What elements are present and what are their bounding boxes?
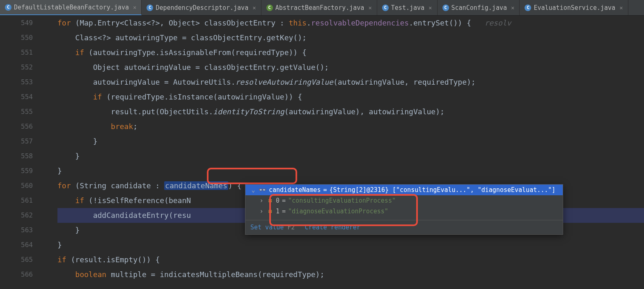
line-number: 566 bbox=[0, 267, 33, 282]
popup-actions: Set value F2 Create renderer bbox=[245, 220, 563, 234]
popup-var-value: {String[2]@2316} ["consultingEvalu...", … bbox=[329, 186, 555, 194]
popup-array-item[interactable]: › ≡ 1 = "diagnoseEvaluationProcess" bbox=[245, 206, 563, 217]
class-icon: C bbox=[442, 5, 449, 11]
class-icon: C bbox=[147, 5, 153, 11]
tab-label: DependencyDescriptor.java bbox=[156, 4, 248, 12]
array-index: 0 bbox=[276, 197, 280, 204]
line-number: 561 bbox=[0, 193, 33, 208]
tab-test[interactable]: C Test.java × bbox=[377, 0, 438, 15]
line-number: 563 bbox=[0, 223, 33, 238]
create-renderer-action[interactable]: Create renderer bbox=[305, 224, 360, 231]
close-icon[interactable]: × bbox=[252, 5, 256, 11]
code-area[interactable]: for (Map.Entry<Class<?>, Object> classOb… bbox=[41, 16, 644, 282]
tab-label: EvaluationService.java bbox=[534, 4, 615, 12]
line-gutter: 549 550 551 552 553 554 555 556 557 558 … bbox=[0, 16, 41, 282]
line-number: 554 bbox=[0, 90, 33, 104]
array-item-icon: ≡ bbox=[267, 208, 273, 215]
code-line: if (result.isEmpty()) { bbox=[57, 252, 644, 267]
code-line: Class<?> autowiringType = classObjectEnt… bbox=[57, 30, 644, 45]
tab-scan-config[interactable]: C ScanConfig.java × bbox=[438, 0, 520, 15]
line-number: 558 bbox=[0, 149, 33, 164]
class-icon: C bbox=[5, 4, 11, 11]
line-number: 565 bbox=[0, 252, 33, 267]
array-value: "consultingEvaluationProcess" bbox=[288, 197, 396, 204]
array-index: 1 bbox=[276, 208, 280, 215]
code-line: if (requiredType.isInstance(autowiringVa… bbox=[57, 90, 644, 104]
code-line: result.put(ObjectUtils.identityToString(… bbox=[57, 104, 644, 119]
chevron-right-icon[interactable]: › bbox=[259, 208, 264, 215]
code-line: Object autowiringValue = classObjectEntr… bbox=[57, 60, 644, 75]
line-number: 552 bbox=[0, 60, 33, 75]
line-number: 556 bbox=[0, 119, 33, 134]
chevron-down-icon[interactable]: ⌄ bbox=[250, 186, 256, 194]
class-icon: C bbox=[525, 5, 531, 11]
class-icon: C bbox=[382, 5, 389, 11]
code-line: } bbox=[57, 164, 644, 178]
tab-label: ScanConfig.java bbox=[451, 4, 507, 12]
code-line: break; bbox=[57, 119, 644, 134]
popup-header-row[interactable]: ⌄ 👓 candidateNames = {String[2]@2316} ["… bbox=[245, 185, 563, 195]
line-number: 557 bbox=[0, 134, 33, 149]
glasses-icon: 👓 bbox=[259, 186, 266, 194]
line-number: 560 bbox=[0, 178, 33, 193]
code-line: boolean multiple = indicatesMultipleBean… bbox=[57, 267, 644, 282]
line-number: 549 bbox=[0, 16, 33, 30]
line-number: 551 bbox=[0, 45, 33, 60]
tab-default-listable[interactable]: C DefaultListableBeanFactory.java × bbox=[0, 0, 142, 15]
chevron-right-icon[interactable]: › bbox=[259, 197, 264, 204]
code-line: } bbox=[57, 149, 644, 164]
code-editor[interactable]: 549 550 551 552 553 554 555 556 557 558 … bbox=[0, 16, 644, 282]
close-icon[interactable]: × bbox=[619, 5, 623, 11]
line-number: 559 bbox=[0, 164, 33, 178]
tab-label: Test.java bbox=[391, 4, 424, 12]
popup-var-name: candidateNames bbox=[269, 186, 321, 194]
popup-array-item[interactable]: › ≡ 0 = "consultingEvaluationProcess" bbox=[245, 195, 563, 206]
tab-evaluation-service[interactable]: C EvaluationService.java × bbox=[520, 0, 628, 15]
tab-label: DefaultListableBeanFactory.java bbox=[14, 4, 129, 11]
tab-label: AbstractBeanFactory.java bbox=[275, 4, 364, 12]
line-number: 550 bbox=[0, 30, 33, 45]
close-icon[interactable]: × bbox=[429, 5, 432, 11]
line-number: 564 bbox=[0, 238, 33, 252]
debug-value-popup[interactable]: ⌄ 👓 candidateNames = {String[2]@2316} ["… bbox=[245, 184, 563, 235]
line-number: 553 bbox=[0, 75, 33, 90]
line-number: 555 bbox=[0, 104, 33, 119]
tab-dependency-descriptor[interactable]: C DependencyDescriptor.java × bbox=[142, 0, 261, 15]
close-icon[interactable]: × bbox=[368, 5, 371, 11]
editor-tabs: C DefaultListableBeanFactory.java × C De… bbox=[0, 0, 644, 16]
set-value-action[interactable]: Set value F2 bbox=[250, 224, 295, 231]
code-line: } bbox=[57, 238, 644, 252]
code-line: if (autowiringType.isAssignableFrom(requ… bbox=[57, 45, 644, 60]
code-line: for (Map.Entry<Class<?>, Object> classOb… bbox=[57, 16, 644, 30]
class-icon: C bbox=[266, 5, 273, 11]
close-icon[interactable]: × bbox=[511, 5, 514, 11]
tab-abstract-bean-factory[interactable]: C AbstractBeanFactory.java × bbox=[261, 0, 377, 15]
code-line: } bbox=[57, 134, 644, 149]
code-line: autowiringValue = AutowireUtils.resolveA… bbox=[57, 75, 644, 90]
array-value: "diagnoseEvaluationProcess" bbox=[288, 208, 388, 215]
line-number: 562 bbox=[0, 208, 33, 223]
array-item-icon: ≡ bbox=[267, 197, 273, 204]
close-icon[interactable]: × bbox=[133, 4, 136, 11]
